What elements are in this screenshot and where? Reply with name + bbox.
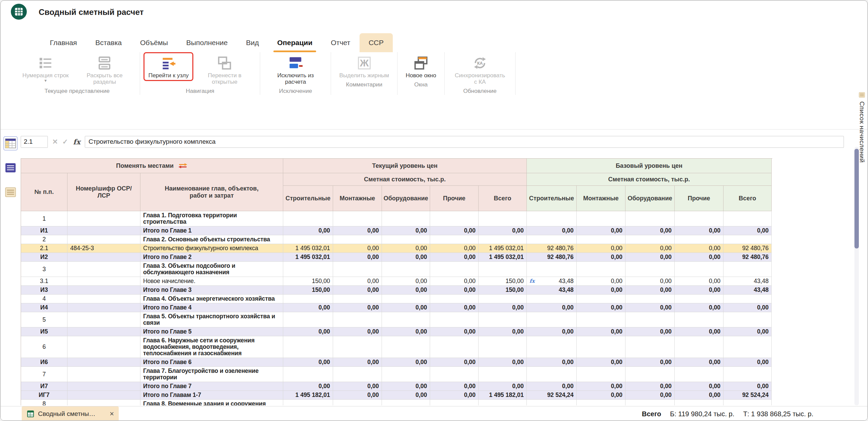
cell-value[interactable] bbox=[577, 295, 625, 303]
cell-value[interactable]: 0,00 bbox=[577, 391, 625, 400]
cell-value[interactable]: 0,00 bbox=[333, 253, 382, 262]
button-sync-ka[interactable]: КАСинхронизировать с КА bbox=[449, 54, 510, 86]
cell-value[interactable] bbox=[527, 262, 577, 277]
cell-value[interactable]: 0,00 bbox=[430, 277, 479, 286]
cell-value[interactable]: 0,00 bbox=[430, 391, 479, 400]
cell-value[interactable] bbox=[333, 211, 382, 226]
cell-value[interactable] bbox=[382, 211, 430, 226]
tab-obyomy[interactable]: Объёмы bbox=[131, 33, 177, 52]
cell-value[interactable]: 1 495 182,01 bbox=[479, 391, 527, 400]
cell-value[interactable] bbox=[675, 211, 724, 226]
cell-code[interactable] bbox=[67, 211, 140, 226]
cell-value[interactable]: 1 495 032,01 bbox=[283, 253, 333, 262]
cell-code[interactable] bbox=[67, 336, 140, 358]
cell-name[interactable]: Глава 5. Объекты транспортного хозяйства… bbox=[140, 312, 283, 327]
cell-value[interactable] bbox=[430, 336, 479, 358]
cell-name[interactable]: Итого по Главе 6 bbox=[140, 358, 283, 367]
tab-vid[interactable]: Вид bbox=[237, 33, 268, 52]
cell-value[interactable]: 0,00 bbox=[430, 358, 479, 367]
cell-value[interactable] bbox=[625, 262, 675, 277]
cell-value[interactable]: 43,48 bbox=[527, 286, 577, 295]
cell-value[interactable]: 0,00 bbox=[675, 327, 724, 336]
cell-value[interactable]: 0,00 bbox=[382, 358, 430, 367]
cell-value[interactable] bbox=[577, 400, 625, 405]
cell-num[interactable]: 3.1 bbox=[21, 277, 67, 286]
cell-value[interactable] bbox=[430, 400, 479, 405]
cell-code[interactable] bbox=[67, 286, 140, 295]
cell-value[interactable]: 0,00 bbox=[283, 226, 333, 235]
cell-value[interactable]: 0,00 bbox=[577, 358, 625, 367]
cell-value[interactable]: 150,00 bbox=[479, 277, 527, 286]
cell-value[interactable]: 92 480,76 bbox=[527, 253, 577, 262]
cell-value[interactable]: 0,00 bbox=[625, 244, 675, 253]
cell-name[interactable]: Итого по Главе 7 bbox=[140, 382, 283, 391]
cell-value[interactable] bbox=[382, 336, 430, 358]
cell-value[interactable]: 0,00 bbox=[382, 244, 430, 253]
cell-value[interactable]: 0,00 bbox=[724, 382, 772, 391]
cell-value[interactable]: 0,00 bbox=[333, 244, 382, 253]
cell-value[interactable] bbox=[382, 367, 430, 382]
cell-value[interactable]: 0,00 bbox=[333, 303, 382, 312]
cell-value[interactable]: 0,00 bbox=[577, 327, 625, 336]
cell-value[interactable]: 0,00 bbox=[430, 253, 479, 262]
cell-value[interactable] bbox=[283, 211, 333, 226]
cell-code[interactable] bbox=[67, 235, 140, 244]
cell-value[interactable]: 92 480,76 bbox=[724, 244, 772, 253]
cell-value[interactable] bbox=[527, 211, 577, 226]
cell-value[interactable] bbox=[333, 262, 382, 277]
button-new-window[interactable]: Новое окно bbox=[402, 54, 440, 80]
button-bold[interactable]: ЖВыделить жирным bbox=[336, 54, 392, 80]
cell-name[interactable]: Строительство физкультурного комплекса bbox=[140, 244, 283, 253]
cell-value[interactable] bbox=[675, 400, 724, 405]
cell-value[interactable]: 0,00 bbox=[479, 303, 527, 312]
cell-value[interactable]: 0,00 bbox=[382, 286, 430, 295]
cell-value[interactable]: 0,00 bbox=[625, 277, 675, 286]
cell-value[interactable]: 0,00 bbox=[382, 253, 430, 262]
cell-value[interactable] bbox=[382, 295, 430, 303]
button-move-open[interactable]: Перенести в открытые bbox=[194, 54, 255, 86]
cell-value[interactable] bbox=[333, 400, 382, 405]
cell-value[interactable]: 0,00 bbox=[430, 286, 479, 295]
cell-value[interactable]: 0,00 bbox=[675, 277, 724, 286]
cell-value[interactable]: 0,00 bbox=[625, 253, 675, 262]
cell-num[interactable]: 2.1 bbox=[21, 244, 67, 253]
cell-value[interactable]: 0,00 bbox=[675, 358, 724, 367]
cell-name[interactable]: Глава 7. Благоустройство и озеленение те… bbox=[140, 367, 283, 382]
cell-value[interactable]: 150,00 bbox=[283, 277, 333, 286]
cancel-icon[interactable]: ✕ bbox=[52, 138, 58, 146]
cell-value[interactable] bbox=[479, 336, 527, 358]
cell-num[interactable]: 3 bbox=[21, 262, 67, 277]
cell-value[interactable]: 43,48 bbox=[724, 286, 772, 295]
cell-name[interactable]: Глава 2. Основные объекты строительства bbox=[140, 235, 283, 244]
cell-name[interactable]: Глава 1. Подготовка территории строитель… bbox=[140, 211, 283, 226]
cell-value[interactable] bbox=[479, 262, 527, 277]
cell-value[interactable]: 0,00 bbox=[333, 286, 382, 295]
cell-value[interactable]: 0,00 bbox=[625, 327, 675, 336]
cell-value[interactable] bbox=[724, 235, 772, 244]
cell-code[interactable] bbox=[67, 367, 140, 382]
cell-value[interactable]: 0,00 bbox=[625, 226, 675, 235]
cell-name[interactable]: Итого по Главе 1 bbox=[140, 226, 283, 235]
cell-value[interactable]: 0,00 bbox=[675, 253, 724, 262]
cell-name[interactable]: Итого по Главе 2 bbox=[140, 253, 283, 262]
cell-value[interactable]: 0,00 bbox=[382, 327, 430, 336]
cell-num[interactable]: И2 bbox=[21, 253, 67, 262]
cell-code[interactable] bbox=[67, 303, 140, 312]
cell-num[interactable]: 7 bbox=[21, 367, 67, 382]
cell-value[interactable] bbox=[577, 336, 625, 358]
cell-value[interactable] bbox=[283, 367, 333, 382]
formula-input[interactable]: Строительство физкультурного комплекса bbox=[85, 136, 844, 148]
cell-value[interactable] bbox=[625, 211, 675, 226]
cell-value[interactable]: 0,00 bbox=[382, 391, 430, 400]
cell-value[interactable]: 0,00 bbox=[527, 358, 577, 367]
cell-value[interactable]: 1 495 032,01 bbox=[479, 253, 527, 262]
tab-ssr[interactable]: ССР bbox=[360, 33, 393, 52]
tab-glavnaya[interactable]: Главная bbox=[41, 33, 86, 52]
cell-value[interactable] bbox=[577, 262, 625, 277]
cell-value[interactable] bbox=[724, 262, 772, 277]
cell-value[interactable]: 0,00 bbox=[333, 226, 382, 235]
cell-value[interactable]: 0,00 bbox=[577, 226, 625, 235]
cell-value[interactable]: 0,00 bbox=[675, 244, 724, 253]
button-goto-node[interactable]: Перейти к узлу bbox=[145, 54, 192, 80]
cell-value[interactable]: 1 495 182,01 bbox=[283, 391, 333, 400]
